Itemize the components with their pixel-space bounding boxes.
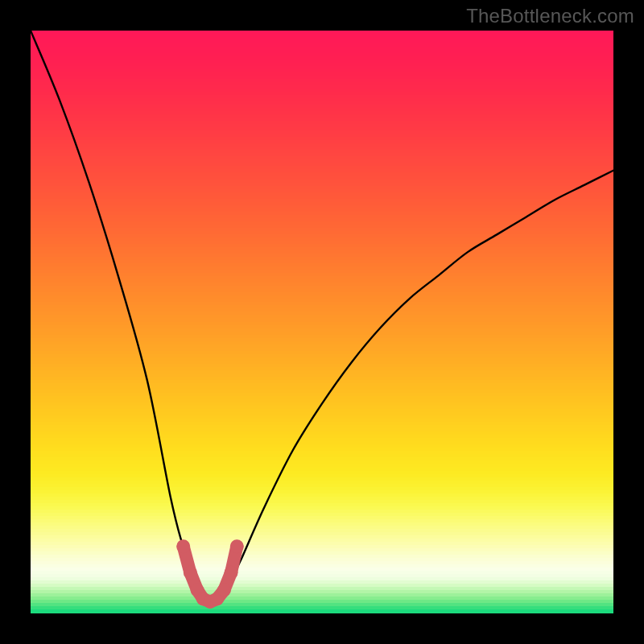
frame-left	[0, 0, 31, 644]
plot-area	[31, 31, 613, 613]
frame-right	[613, 0, 644, 644]
watermark-text: TheBottleneck.com	[466, 5, 634, 27]
frame-bottom	[0, 613, 644, 644]
gradient-background	[31, 31, 613, 613]
